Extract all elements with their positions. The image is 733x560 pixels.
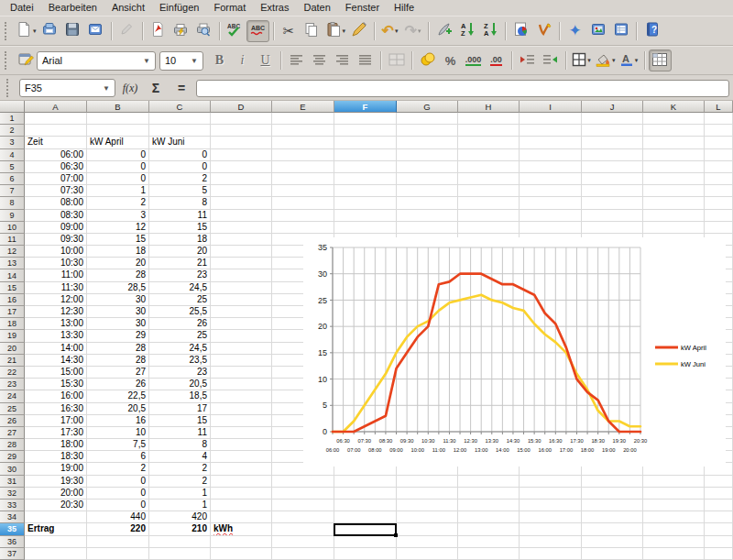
row-header-13[interactable]: 13 — [0, 258, 25, 269]
cell-D20[interactable] — [211, 343, 272, 355]
cell-C1[interactable] — [149, 113, 211, 125]
cell-A5[interactable]: 06:30 — [25, 161, 87, 173]
cell-L4[interactable] — [705, 149, 733, 161]
cell-B3[interactable]: kW April — [87, 137, 149, 148]
row-header-28[interactable]: 28 — [0, 439, 25, 451]
cell-I2[interactable] — [520, 125, 582, 137]
align-left-button[interactable] — [285, 49, 308, 71]
cell-D1[interactable] — [211, 113, 272, 125]
decrease-indent-button[interactable] — [516, 49, 539, 71]
row-header-3[interactable]: 3 — [0, 137, 25, 148]
styles-formatting-button[interactable] — [14, 49, 37, 71]
cell-H31[interactable] — [458, 476, 520, 488]
cell-F31[interactable] — [334, 476, 397, 488]
cell-C33[interactable]: 1 — [149, 500, 211, 511]
row-header-14[interactable]: 14 — [0, 269, 25, 281]
undo-button[interactable]: ↶ ▾ — [378, 20, 401, 42]
cell-K1[interactable] — [643, 113, 705, 125]
cell-B12[interactable]: 18 — [87, 246, 149, 258]
cell-F5[interactable] — [334, 161, 397, 173]
column-header-K[interactable]: K — [643, 101, 705, 113]
align-right-button[interactable] — [331, 49, 354, 71]
cell-J9[interactable] — [582, 210, 643, 222]
cell-J31[interactable] — [582, 476, 643, 488]
paste-button[interactable]: ▾ — [323, 20, 348, 42]
chevron-down-icon[interactable]: ▾ — [33, 27, 37, 35]
toolbar-grip[interactable] — [6, 79, 11, 97]
menu-ansicht[interactable]: Ansicht — [104, 1, 152, 15]
row-header-17[interactable]: 17 — [0, 306, 25, 318]
font-color-button[interactable]: A ▾ — [618, 49, 640, 71]
cell-B13[interactable]: 20 — [87, 258, 149, 269]
cell-J35[interactable] — [582, 523, 643, 535]
cell-D26[interactable] — [211, 415, 272, 427]
cell-E10[interactable] — [272, 222, 334, 234]
cell-D36[interactable] — [211, 536, 272, 548]
cell-J36[interactable] — [582, 536, 643, 548]
cell-J33[interactable] — [582, 500, 643, 511]
row-header-22[interactable]: 22 — [0, 367, 25, 379]
cell-J2[interactable] — [582, 125, 643, 137]
cell-F10[interactable] — [334, 222, 397, 234]
menu-fenster[interactable]: Fenster — [338, 1, 387, 15]
cell-F37[interactable] — [334, 548, 397, 560]
cell-G35[interactable] — [397, 523, 458, 535]
cell-B2[interactable] — [87, 125, 149, 137]
spellcheck-button[interactable]: ABC — [224, 20, 246, 42]
cell-I3[interactable] — [520, 137, 582, 148]
cell-C11[interactable]: 18 — [149, 234, 211, 246]
cell-E32[interactable] — [272, 488, 334, 500]
cell-H7[interactable] — [458, 185, 520, 197]
cell-H9[interactable] — [458, 210, 520, 222]
cell-A22[interactable]: 15:00 — [25, 367, 87, 379]
column-header-L[interactable]: L — [705, 101, 733, 113]
function-wizard-button[interactable]: f(x) — [119, 78, 141, 98]
select-all-corner[interactable] — [0, 101, 25, 113]
row-header-37[interactable]: 37 — [0, 548, 25, 560]
draw-functions-button[interactable] — [532, 20, 555, 42]
row-header-15[interactable]: 15 — [0, 282, 25, 294]
cell-I7[interactable] — [520, 185, 582, 197]
cell-D8[interactable] — [211, 197, 272, 209]
cell-B24[interactable]: 22,5 — [87, 390, 149, 402]
cell-C37[interactable] — [149, 548, 211, 560]
cell-C20[interactable]: 24,5 — [149, 343, 211, 355]
cell-E34[interactable] — [272, 511, 334, 523]
column-header-J[interactable]: J — [582, 101, 643, 113]
cell-C18[interactable]: 26 — [149, 318, 211, 330]
cell-L9[interactable] — [705, 210, 733, 222]
cell-H33[interactable] — [458, 500, 520, 511]
cell-K37[interactable] — [643, 548, 705, 560]
cell-A13[interactable]: 10:30 — [25, 258, 87, 269]
cell-E8[interactable] — [272, 197, 334, 209]
menu-einfgen[interactable]: Einfügen — [152, 1, 206, 15]
cell-C15[interactable]: 24,5 — [149, 282, 211, 294]
menu-hilfe[interactable]: Hilfe — [387, 1, 421, 15]
cell-A8[interactable]: 08:00 — [25, 197, 87, 209]
cell-A21[interactable]: 14:30 — [25, 355, 87, 367]
open-button[interactable] — [38, 20, 61, 42]
cell-D29[interactable] — [211, 451, 272, 463]
cell-A16[interactable]: 12:00 — [25, 294, 87, 306]
font-size-combobox[interactable]: 10 ▼ — [159, 51, 203, 71]
function-button[interactable]: = — [170, 78, 192, 98]
row-header-29[interactable]: 29 — [0, 451, 25, 463]
cell-B6[interactable]: 0 — [87, 173, 149, 185]
cell-B27[interactable]: 10 — [87, 427, 149, 439]
cell-B21[interactable]: 28 — [87, 355, 149, 367]
page-preview-button[interactable] — [192, 20, 215, 42]
cell-A25[interactable]: 16:30 — [25, 403, 87, 415]
cell-D31[interactable] — [211, 476, 272, 488]
cell-C3[interactable]: kW Juni — [149, 137, 211, 148]
cell-F7[interactable] — [334, 185, 397, 197]
cell-B36[interactable] — [87, 536, 149, 548]
cell-D2[interactable] — [211, 125, 272, 137]
cell-F32[interactable] — [334, 488, 397, 500]
cell-I4[interactable] — [520, 149, 582, 161]
column-header-B[interactable]: B — [87, 101, 149, 113]
cell-C19[interactable]: 25 — [149, 330, 211, 342]
cell-E2[interactable] — [272, 125, 334, 137]
cell-F34[interactable] — [334, 511, 397, 523]
cell-J37[interactable] — [582, 548, 643, 560]
cell-B19[interactable]: 29 — [87, 330, 149, 342]
